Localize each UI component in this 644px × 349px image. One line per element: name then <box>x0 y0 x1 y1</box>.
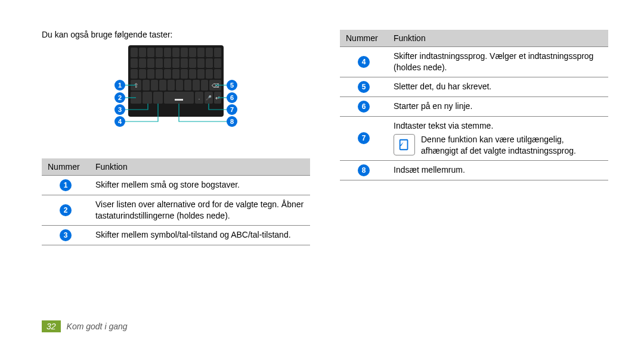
svg-text:⌫: ⌫ <box>212 83 219 89</box>
svg-text:7: 7 <box>230 106 234 113</box>
table-cell: Indsæt mellemrum. <box>388 160 608 180</box>
number-badge: 7 <box>358 132 370 144</box>
svg-rect-33 <box>214 69 221 79</box>
section-title: Kom godt i gang <box>67 322 128 331</box>
svg-text:4: 4 <box>118 118 122 125</box>
left-column: Du kan også bruge følgende taster: ⇧ <box>42 30 310 245</box>
svg-rect-18 <box>181 58 188 68</box>
table-cell: Indtaster tekst via stemme. Denne funkti… <box>388 116 608 160</box>
table-row: 4 Skifter indtastningssprog. Vælger et i… <box>340 47 608 77</box>
svg-rect-4 <box>156 48 163 57</box>
table-cell: Skifter mellem små og store bogstaver. <box>89 176 310 195</box>
note-text: Denne funktion kan være utilgængelig, af… <box>421 134 602 157</box>
svg-rect-28 <box>172 69 179 79</box>
keyboard-function-table-left: Nummer Funktion 1 Skifter mellem små og … <box>42 158 310 245</box>
svg-rect-14 <box>147 58 154 68</box>
table-row: 5 Sletter det, du har skrevet. <box>340 77 608 96</box>
svg-rect-48 <box>153 92 163 104</box>
svg-rect-16 <box>164 58 171 68</box>
svg-rect-37 <box>159 80 166 91</box>
number-badge: 3 <box>60 229 72 241</box>
svg-rect-11 <box>214 48 221 57</box>
svg-rect-27 <box>164 69 171 79</box>
svg-rect-5 <box>164 48 171 57</box>
number-badge: 5 <box>358 81 370 93</box>
svg-rect-21 <box>206 58 213 68</box>
table-cell: Skifter indtastningssprog. Vælger et ind… <box>388 47 608 77</box>
svg-rect-15 <box>156 58 163 68</box>
svg-rect-25 <box>147 69 154 79</box>
svg-text:.: . <box>199 95 200 101</box>
svg-rect-2 <box>139 48 146 57</box>
table-cell: Skifter mellem symbol/tal-tilstand og AB… <box>89 225 310 245</box>
svg-rect-35 <box>143 80 150 91</box>
svg-rect-8 <box>189 48 196 57</box>
table-cell: Viser listen over alternative ord for de… <box>89 195 310 226</box>
svg-text:8: 8 <box>230 118 234 125</box>
svg-text:🎤: 🎤 <box>206 95 212 101</box>
table-header: Nummer <box>340 30 388 47</box>
svg-rect-30 <box>189 69 196 79</box>
table-header: Funktion <box>89 158 310 176</box>
svg-rect-22 <box>214 58 221 68</box>
svg-rect-42 <box>201 80 208 91</box>
svg-rect-40 <box>184 80 191 91</box>
svg-rect-12 <box>131 58 138 68</box>
number-badge: 2 <box>60 204 72 216</box>
svg-rect-38 <box>168 80 175 91</box>
svg-text:6: 6 <box>230 94 234 101</box>
svg-rect-41 <box>193 80 200 91</box>
svg-rect-47 <box>143 92 152 104</box>
page-footer: 32 Kom godt i gang <box>42 320 128 332</box>
svg-rect-10 <box>206 48 213 57</box>
table-row: 1 Skifter mellem små og store bogstaver. <box>42 176 310 195</box>
cell-main-text: Indtaster tekst via stemme. <box>394 120 602 132</box>
svg-rect-1 <box>131 48 138 57</box>
svg-text:5: 5 <box>230 82 234 89</box>
svg-rect-7 <box>181 48 188 57</box>
table-row: 6 Starter på en ny linje. <box>340 96 608 116</box>
keyboard-figure: ⇧ ⌫ . 🎤 ↵ <box>42 45 310 147</box>
right-column: Nummer Funktion 4 Skifter indtastningssp… <box>340 30 608 245</box>
svg-rect-24 <box>139 69 146 79</box>
note-icon <box>394 134 415 155</box>
svg-rect-20 <box>197 58 205 68</box>
table-cell: Sletter det, du har skrevet. <box>388 77 608 96</box>
number-badge: 8 <box>358 164 370 176</box>
svg-rect-6 <box>172 48 179 57</box>
svg-rect-3 <box>147 48 154 57</box>
svg-rect-31 <box>197 69 205 79</box>
number-badge: 6 <box>358 101 370 113</box>
svg-rect-13 <box>139 58 146 68</box>
table-header: Nummer <box>42 158 89 176</box>
svg-text:3: 3 <box>118 106 122 113</box>
table-row: 2 Viser listen over alternative ord for … <box>42 195 310 226</box>
svg-rect-9 <box>197 48 205 57</box>
svg-rect-19 <box>189 58 196 68</box>
svg-text:2: 2 <box>118 94 122 101</box>
svg-rect-26 <box>156 69 163 79</box>
svg-rect-39 <box>176 80 183 91</box>
table-row: 3 Skifter mellem symbol/tal-tilstand og … <box>42 225 310 245</box>
keyboard-function-table-right: Nummer Funktion 4 Skifter indtastningssp… <box>340 30 608 180</box>
intro-text: Du kan også bruge følgende taster: <box>42 30 310 39</box>
svg-rect-17 <box>172 58 179 68</box>
table-cell: Starter på en ny linje. <box>388 96 608 116</box>
number-badge: 1 <box>60 179 72 191</box>
svg-rect-36 <box>151 80 158 91</box>
svg-text:1: 1 <box>118 82 122 89</box>
svg-rect-56 <box>175 99 183 101</box>
svg-rect-29 <box>181 69 188 79</box>
keyboard-illustration: ⇧ ⌫ . 🎤 ↵ <box>98 45 253 147</box>
svg-rect-32 <box>206 69 213 79</box>
table-row: 8 Indsæt mellemrum. <box>340 160 608 180</box>
table-row: 7 Indtaster tekst via stemme. Denne funk… <box>340 116 608 160</box>
page-number: 32 <box>42 320 61 332</box>
number-badge: 4 <box>358 56 370 68</box>
table-header: Funktion <box>388 30 608 47</box>
svg-rect-49 <box>164 92 194 104</box>
svg-rect-23 <box>131 69 138 79</box>
